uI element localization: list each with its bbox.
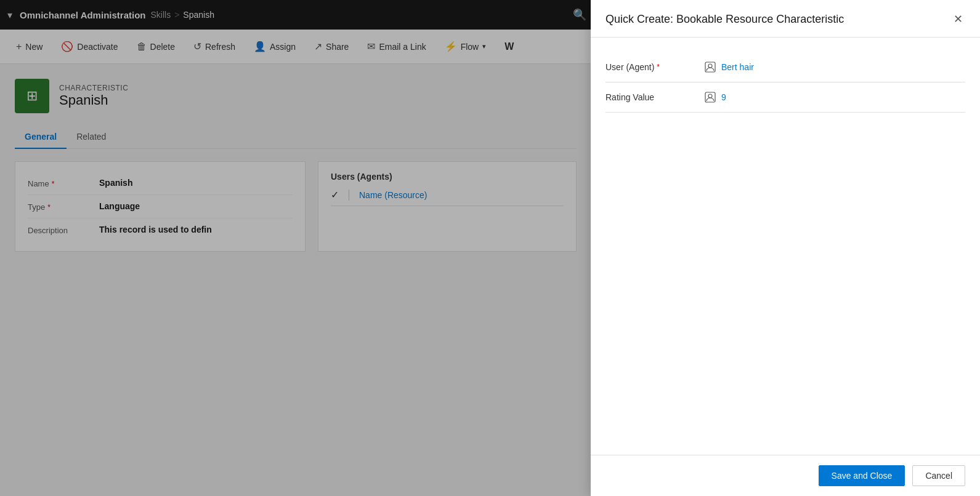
user-agent-resource-icon xyxy=(704,61,716,73)
user-agent-required-indicator: * xyxy=(657,63,660,71)
quick-create-title: Quick Create: Bookable Resource Characte… xyxy=(605,13,844,26)
svg-point-3 xyxy=(708,94,712,98)
rating-resource-icon xyxy=(704,91,716,103)
user-agent-value: Bert hair xyxy=(704,61,965,73)
user-agent-value-link[interactable]: Bert hair xyxy=(721,62,754,72)
quick-create-header: Quick Create: Bookable Resource Characte… xyxy=(591,0,980,38)
user-agent-field-row: User (Agent) * Bert hair xyxy=(605,52,965,82)
svg-point-1 xyxy=(708,64,712,68)
quick-create-footer: Save and Close Cancel xyxy=(591,455,980,496)
rating-value-value: 9 xyxy=(704,91,965,103)
user-agent-label: User (Agent) * xyxy=(605,62,704,72)
quick-create-body: User (Agent) * Bert hair Rating Value xyxy=(591,38,980,455)
cancel-button[interactable]: Cancel xyxy=(912,465,965,486)
rating-value-text[interactable]: 9 xyxy=(721,92,726,102)
rating-value-field-row: Rating Value 9 xyxy=(605,82,965,113)
quick-create-close-button[interactable]: ✕ xyxy=(951,11,965,27)
rating-value-label: Rating Value xyxy=(605,92,704,102)
save-and-close-button[interactable]: Save and Close xyxy=(819,465,905,486)
quick-create-panel: Quick Create: Bookable Resource Characte… xyxy=(591,0,980,496)
